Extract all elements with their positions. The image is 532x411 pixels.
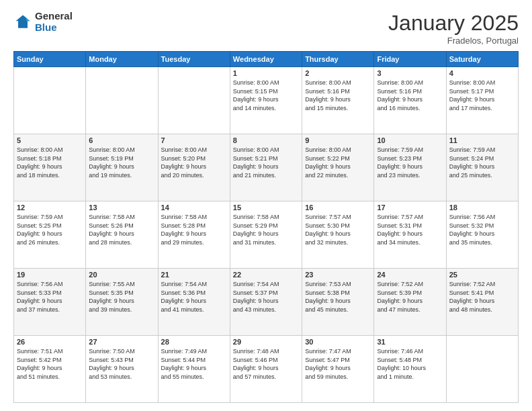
day-info: Sunrise: 8:00 AM Sunset: 5:17 PM Dayligh… bbox=[449, 79, 515, 112]
day-info: Sunrise: 7:57 AM Sunset: 5:31 PM Dayligh… bbox=[377, 213, 443, 246]
day-info: Sunrise: 7:57 AM Sunset: 5:30 PM Dayligh… bbox=[305, 213, 371, 246]
day-info: Sunrise: 7:49 AM Sunset: 5:44 PM Dayligh… bbox=[161, 347, 227, 381]
calendar-cell: 17Sunrise: 7:57 AM Sunset: 5:31 PM Dayli… bbox=[374, 201, 446, 269]
calendar-cell: 1Sunrise: 8:00 AM Sunset: 5:15 PM Daylig… bbox=[230, 67, 302, 134]
calendar-cell: 26Sunrise: 7:51 AM Sunset: 5:42 PM Dayli… bbox=[14, 336, 86, 403]
calendar-cell: 21Sunrise: 7:54 AM Sunset: 5:36 PM Dayli… bbox=[158, 269, 230, 336]
day-number: 24 bbox=[377, 271, 443, 279]
calendar-cell bbox=[446, 336, 518, 403]
day-number: 22 bbox=[233, 271, 299, 279]
day-number: 8 bbox=[233, 136, 299, 144]
day-info: Sunrise: 7:54 AM Sunset: 5:36 PM Dayligh… bbox=[161, 280, 227, 314]
calendar-cell: 2Sunrise: 8:00 AM Sunset: 5:16 PM Daylig… bbox=[302, 67, 374, 134]
day-number: 23 bbox=[305, 271, 371, 279]
day-number: 16 bbox=[305, 203, 371, 212]
day-info: Sunrise: 8:00 AM Sunset: 5:20 PM Dayligh… bbox=[161, 146, 227, 179]
day-info: Sunrise: 7:58 AM Sunset: 5:29 PM Dayligh… bbox=[233, 213, 299, 246]
page: General Blue January 2025 Fradelos, Port… bbox=[0, 0, 532, 411]
day-number: 20 bbox=[89, 271, 154, 279]
logo-icon bbox=[13, 13, 32, 32]
day-number: 11 bbox=[449, 136, 515, 144]
day-number: 5 bbox=[17, 136, 83, 144]
day-number: 14 bbox=[161, 203, 227, 212]
day-info: Sunrise: 7:54 AM Sunset: 5:37 PM Dayligh… bbox=[233, 280, 299, 314]
day-info: Sunrise: 7:59 AM Sunset: 5:23 PM Dayligh… bbox=[377, 146, 443, 179]
day-info: Sunrise: 8:00 AM Sunset: 5:18 PM Dayligh… bbox=[17, 146, 83, 179]
day-number: 6 bbox=[89, 136, 154, 144]
col-header-monday: Monday bbox=[86, 52, 158, 67]
day-info: Sunrise: 8:00 AM Sunset: 5:19 PM Dayligh… bbox=[89, 146, 154, 179]
day-info: Sunrise: 8:00 AM Sunset: 5:22 PM Dayligh… bbox=[305, 146, 371, 179]
calendar-cell: 6Sunrise: 8:00 AM Sunset: 5:19 PM Daylig… bbox=[86, 134, 158, 201]
header-row: SundayMondayTuesdayWednesdayThursdayFrid… bbox=[14, 52, 519, 67]
col-header-sunday: Sunday bbox=[14, 52, 86, 67]
logo-text: General Blue bbox=[35, 11, 73, 33]
title-area: January 2025 Fradelos, Portugal bbox=[388, 11, 519, 46]
col-header-wednesday: Wednesday bbox=[230, 52, 302, 67]
day-info: Sunrise: 7:50 AM Sunset: 5:43 PM Dayligh… bbox=[89, 347, 154, 381]
calendar-cell: 31Sunrise: 7:46 AM Sunset: 5:48 PM Dayli… bbox=[374, 336, 446, 403]
day-info: Sunrise: 7:58 AM Sunset: 5:28 PM Dayligh… bbox=[161, 213, 227, 246]
day-info: Sunrise: 7:46 AM Sunset: 5:48 PM Dayligh… bbox=[377, 347, 443, 381]
day-number: 19 bbox=[17, 271, 83, 279]
calendar-cell: 28Sunrise: 7:49 AM Sunset: 5:44 PM Dayli… bbox=[158, 336, 230, 403]
col-header-friday: Friday bbox=[374, 52, 446, 67]
day-info: Sunrise: 7:52 AM Sunset: 5:41 PM Dayligh… bbox=[449, 280, 515, 314]
week-row-3: 12Sunrise: 7:59 AM Sunset: 5:25 PM Dayli… bbox=[14, 201, 519, 269]
calendar-cell bbox=[158, 67, 230, 134]
col-header-tuesday: Tuesday bbox=[158, 52, 230, 67]
calendar-cell: 20Sunrise: 7:55 AM Sunset: 5:35 PM Dayli… bbox=[86, 269, 158, 336]
day-info: Sunrise: 7:47 AM Sunset: 5:47 PM Dayligh… bbox=[305, 347, 371, 381]
day-info: Sunrise: 7:53 AM Sunset: 5:38 PM Dayligh… bbox=[305, 280, 371, 314]
calendar-cell: 19Sunrise: 7:56 AM Sunset: 5:33 PM Dayli… bbox=[14, 269, 86, 336]
day-number: 4 bbox=[449, 69, 515, 77]
col-header-saturday: Saturday bbox=[446, 52, 518, 67]
logo-general-text: General bbox=[35, 11, 73, 22]
day-info: Sunrise: 7:55 AM Sunset: 5:35 PM Dayligh… bbox=[89, 280, 154, 314]
week-row-5: 26Sunrise: 7:51 AM Sunset: 5:42 PM Dayli… bbox=[14, 336, 519, 403]
header: General Blue January 2025 Fradelos, Port… bbox=[13, 11, 519, 46]
calendar-cell: 16Sunrise: 7:57 AM Sunset: 5:30 PM Dayli… bbox=[302, 201, 374, 269]
logo-blue-text: Blue bbox=[35, 22, 73, 34]
week-row-1: 1Sunrise: 8:00 AM Sunset: 5:15 PM Daylig… bbox=[14, 67, 519, 134]
calendar-cell: 7Sunrise: 8:00 AM Sunset: 5:20 PM Daylig… bbox=[158, 134, 230, 201]
calendar-cell: 8Sunrise: 8:00 AM Sunset: 5:21 PM Daylig… bbox=[230, 134, 302, 201]
day-info: Sunrise: 7:48 AM Sunset: 5:46 PM Dayligh… bbox=[233, 347, 299, 381]
svg-marker-0 bbox=[16, 15, 30, 28]
calendar-cell: 29Sunrise: 7:48 AM Sunset: 5:46 PM Dayli… bbox=[230, 336, 302, 403]
month-title: January 2025 bbox=[388, 11, 519, 36]
day-info: Sunrise: 7:51 AM Sunset: 5:42 PM Dayligh… bbox=[17, 347, 83, 381]
calendar-cell: 9Sunrise: 8:00 AM Sunset: 5:22 PM Daylig… bbox=[302, 134, 374, 201]
week-row-4: 19Sunrise: 7:56 AM Sunset: 5:33 PM Dayli… bbox=[14, 269, 519, 336]
day-number: 17 bbox=[377, 203, 443, 212]
day-info: Sunrise: 8:00 AM Sunset: 5:15 PM Dayligh… bbox=[233, 79, 299, 112]
calendar-cell: 15Sunrise: 7:58 AM Sunset: 5:29 PM Dayli… bbox=[230, 201, 302, 269]
location: Fradelos, Portugal bbox=[388, 36, 519, 46]
day-number: 21 bbox=[161, 271, 227, 279]
day-number: 3 bbox=[377, 69, 443, 77]
calendar-cell: 27Sunrise: 7:50 AM Sunset: 5:43 PM Dayli… bbox=[86, 336, 158, 403]
calendar-cell: 22Sunrise: 7:54 AM Sunset: 5:37 PM Dayli… bbox=[230, 269, 302, 336]
calendar-cell: 25Sunrise: 7:52 AM Sunset: 5:41 PM Dayli… bbox=[446, 269, 518, 336]
calendar-cell bbox=[86, 67, 158, 134]
day-info: Sunrise: 7:59 AM Sunset: 5:25 PM Dayligh… bbox=[17, 213, 83, 246]
calendar-cell: 24Sunrise: 7:52 AM Sunset: 5:39 PM Dayli… bbox=[374, 269, 446, 336]
day-info: Sunrise: 8:00 AM Sunset: 5:16 PM Dayligh… bbox=[377, 79, 443, 112]
calendar-cell: 13Sunrise: 7:58 AM Sunset: 5:26 PM Dayli… bbox=[86, 201, 158, 269]
calendar-cell: 5Sunrise: 8:00 AM Sunset: 5:18 PM Daylig… bbox=[14, 134, 86, 201]
day-number: 12 bbox=[17, 203, 83, 212]
day-number: 15 bbox=[233, 203, 299, 212]
day-number: 25 bbox=[449, 271, 515, 279]
day-number: 9 bbox=[305, 136, 371, 144]
calendar-cell: 23Sunrise: 7:53 AM Sunset: 5:38 PM Dayli… bbox=[302, 269, 374, 336]
day-number: 7 bbox=[161, 136, 227, 144]
day-info: Sunrise: 7:59 AM Sunset: 5:24 PM Dayligh… bbox=[449, 146, 515, 179]
day-info: Sunrise: 8:00 AM Sunset: 5:16 PM Dayligh… bbox=[305, 79, 371, 112]
day-number: 30 bbox=[305, 338, 371, 346]
day-number: 1 bbox=[233, 69, 299, 77]
calendar-cell: 12Sunrise: 7:59 AM Sunset: 5:25 PM Dayli… bbox=[14, 201, 86, 269]
day-number: 27 bbox=[89, 338, 154, 346]
day-info: Sunrise: 7:58 AM Sunset: 5:26 PM Dayligh… bbox=[89, 213, 154, 246]
logo: General Blue bbox=[13, 11, 73, 33]
calendar-cell: 11Sunrise: 7:59 AM Sunset: 5:24 PM Dayli… bbox=[446, 134, 518, 201]
